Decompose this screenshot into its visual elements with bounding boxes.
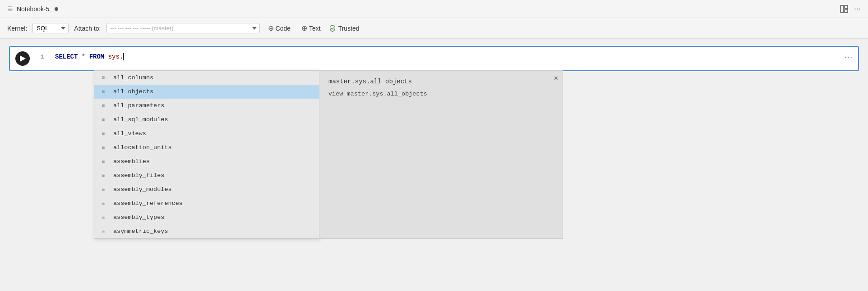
autocomplete-item[interactable]: ≡ all_columns	[94, 71, 319, 85]
autocomplete-item[interactable]: ≡ assemblies	[94, 155, 319, 168]
autocomplete-item[interactable]: ≡ allocation_units	[94, 141, 319, 155]
title-bar-left: ☰ Notebook-5	[7, 5, 58, 13]
detail-body: view master.sys.all_objects	[328, 91, 554, 97]
item-icon: ≡	[102, 228, 109, 235]
item-label: all_sql_modules	[113, 116, 168, 123]
item-label: all_parameters	[113, 102, 164, 109]
item-label: asymmetric_keys	[113, 228, 168, 235]
autocomplete-list: ≡ all_columns ≡ all_objects ≡ all_parame…	[94, 70, 319, 239]
item-icon: ≡	[102, 173, 109, 179]
autocomplete-item[interactable]: ≡ asymmetric_keys	[94, 224, 319, 238]
item-icon: ≡	[102, 75, 109, 81]
item-icon: ≡	[102, 186, 109, 193]
item-label: assembly_references	[113, 200, 183, 207]
item-icon: ≡	[102, 103, 109, 109]
autocomplete-detail: × master.sys.all_objects view master.sys…	[319, 70, 563, 239]
autocomplete-item[interactable]: ≡ assembly_modules	[94, 182, 319, 196]
item-icon: ≡	[102, 214, 109, 221]
table-name: sys	[108, 53, 120, 60]
code-line-1: 1 SELECT * FROM sys .	[41, 53, 853, 60]
code-cell: 1 SELECT * FROM sys . ≡ all_columns ≡ al…	[9, 46, 859, 71]
autocomplete-container: ≡ all_columns ≡ all_objects ≡ all_parame…	[94, 70, 563, 239]
item-label: all_views	[113, 130, 146, 137]
menu-icon: ☰	[7, 5, 13, 13]
plus-text-icon: ⊕	[301, 24, 307, 32]
keyword-select: SELECT	[55, 53, 78, 60]
autocomplete-item[interactable]: ≡ all_objects	[94, 85, 319, 99]
svg-rect-2	[845, 9, 848, 13]
item-label: assembly_files	[113, 172, 164, 179]
attach-label: Attach to:	[74, 25, 101, 32]
autocomplete-item[interactable]: ≡ assembly_types	[94, 210, 319, 224]
shield-icon	[329, 25, 336, 32]
plus-code-icon: ⊕	[268, 24, 274, 32]
add-code-button[interactable]: ⊕ Code	[265, 22, 293, 34]
cell-code-content[interactable]: 1 SELECT * FROM sys . ≡ all_columns ≡ al…	[35, 47, 858, 67]
autocomplete-item[interactable]: ≡ all_views	[94, 127, 319, 141]
autocomplete-item[interactable]: ≡ assembly_references	[94, 196, 319, 210]
item-icon: ≡	[102, 200, 109, 207]
item-label: allocation_units	[113, 144, 172, 151]
unsaved-dot	[55, 7, 58, 11]
kernel-label: Kernel:	[7, 25, 27, 32]
item-label: assembly_modules	[113, 186, 172, 193]
autocomplete-item[interactable]: ≡ all_sql_modules	[94, 113, 319, 127]
detail-close-button[interactable]: ×	[554, 74, 558, 82]
run-cell-button[interactable]	[10, 47, 35, 70]
item-label: assembly_types	[113, 214, 164, 221]
title-bar: ☰ Notebook-5 ···	[0, 0, 868, 18]
toolbar: Kernel: SQL Attach to: --- --- --- ---.-…	[0, 18, 868, 39]
run-circle	[15, 51, 30, 66]
svg-rect-0	[840, 5, 844, 13]
item-icon: ≡	[102, 117, 109, 123]
keyword-from: FROM	[89, 53, 105, 60]
item-icon: ≡	[102, 131, 109, 137]
line-number: 1	[41, 54, 50, 60]
notebook-title: Notebook-5	[17, 5, 49, 13]
play-icon	[20, 55, 26, 62]
autocomplete-item[interactable]: ≡ assembly_files	[94, 168, 319, 182]
kernel-select[interactable]: SQL	[32, 23, 69, 33]
cell-area: 1 SELECT * FROM sys . ≡ all_columns ≡ al…	[0, 39, 868, 78]
cell-more-button[interactable]: ···	[845, 52, 853, 62]
trusted-button[interactable]: Trusted	[329, 25, 360, 32]
item-label: assemblies	[113, 158, 150, 165]
item-label: all_objects	[113, 88, 153, 95]
autocomplete-item[interactable]: ≡ all_parameters	[94, 99, 319, 113]
attach-to-select[interactable]: --- --- --- ---.----- (master)	[106, 23, 260, 33]
svg-rect-1	[845, 5, 848, 9]
text-cursor	[123, 53, 124, 60]
item-label: all_columns	[113, 74, 153, 81]
layout-button[interactable]	[840, 5, 849, 14]
detail-title: master.sys.all_objects	[328, 78, 554, 85]
more-options-button[interactable]: ···	[854, 4, 861, 14]
dot-separator: .	[120, 53, 123, 60]
item-icon: ≡	[102, 159, 109, 165]
item-icon: ≡	[102, 89, 109, 95]
add-text-button[interactable]: ⊕ Text	[299, 22, 323, 34]
item-icon: ≡	[102, 145, 109, 151]
title-bar-right: ···	[840, 4, 861, 14]
